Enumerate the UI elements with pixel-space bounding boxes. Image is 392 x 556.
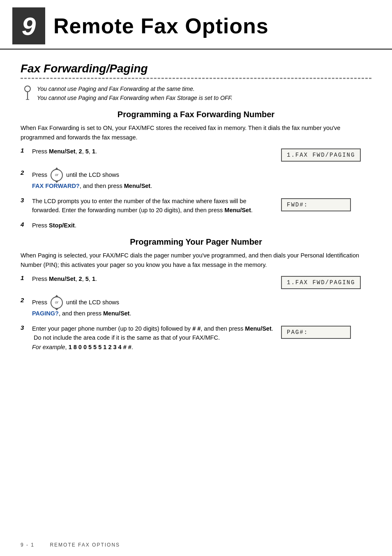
paging-label: PAGING? <box>32 310 59 317</box>
step-1-menuset: Menu/Set <box>49 148 75 155</box>
lcd-display-3: FWD#: <box>281 198 351 211</box>
step-1: 1 Press Menu/Set, 2, 5, 1. 1.FAX FWD/PAG… <box>21 147 371 163</box>
step-2: 2 Press or until the LCD shows FAX FORWA… <box>21 169 371 190</box>
pager-step-2-number: 2 <box>21 297 32 303</box>
footer-page-number: 9 - 1 <box>21 542 35 548</box>
pager-step-2-content: Press or until the LCD shows PAGING?, an… <box>32 297 274 318</box>
pager-step-1: 1 Press Menu/Set, 2, 5, 1. 1.FAX FWD/PAG… <box>21 274 371 291</box>
subsection2-heading: Programming Your Pager Number <box>21 237 371 247</box>
pager-step-1-side: 1.FAX FWD/PAGING <box>281 274 371 291</box>
step-2-number: 2 <box>21 169 32 176</box>
step-3-number: 3 <box>21 197 32 204</box>
step-1-side: 1.FAX FWD/PAGING <box>281 147 371 163</box>
footer-text: REMOTE FAX OPTIONS <box>50 542 120 548</box>
scroll-icon-1: or <box>51 169 63 181</box>
main-content: Fax Forwarding/Paging You cannot use Pag… <box>0 50 392 370</box>
pager-step-3-number: 3 <box>21 324 32 331</box>
section-heading: Fax Forwarding/Paging <box>21 62 371 75</box>
subsection2-intro: When Paging is selected, your FAX/MFC di… <box>21 251 371 269</box>
subsection-fax-forwarding: Programming a Fax Forwarding Number When… <box>21 110 371 230</box>
lcd-display-1: 1.FAX FWD/PAGING <box>281 148 361 162</box>
page-footer: 9 - 1 REMOTE FAX OPTIONS <box>21 542 120 548</box>
scroll-icon-2: or <box>51 297 63 309</box>
section-fax-forwarding: Fax Forwarding/Paging You cannot use Pag… <box>21 62 371 352</box>
step-1-content: Press Menu/Set, 2, 5, 1. <box>32 147 274 156</box>
pager-step-2: 2 Press or until the LCD shows PAGING?, … <box>21 297 371 318</box>
page-title: Remote Fax Options <box>53 14 269 38</box>
step-4-number: 4 <box>21 221 32 228</box>
step-1-number: 1 <box>21 147 32 154</box>
note-icon <box>22 86 33 100</box>
subsection-pager: Programming Your Pager Number When Pagin… <box>21 237 371 352</box>
lcd-display-pager-3: PAG#: <box>281 326 351 339</box>
fax-forward-label: FAX FORWARD? <box>32 183 80 189</box>
lcd-display-pager-1: 1.FAX FWD/PAGING <box>281 276 361 289</box>
subsection1-intro: When Fax Forwarding is set to ON, your F… <box>21 123 371 142</box>
pager-step-3-content: Enter your pager phone number (up to 20 … <box>32 324 274 352</box>
step-3: 3 The LCD prompts you to enter the numbe… <box>21 197 371 215</box>
note-box: You cannot use Paging and Fax Forwarding… <box>22 85 371 102</box>
step-4-content: Press Stop/Exit. <box>32 221 274 230</box>
step-3-content: The LCD prompts you to enter the number … <box>32 197 274 215</box>
pager-step-3-side: PAG#: <box>281 324 371 341</box>
page-header: 9 Remote Fax Options <box>0 0 392 50</box>
step-2-content: Press or until the LCD shows FAX FORWARD… <box>32 169 274 190</box>
pager-step-1-content: Press Menu/Set, 2, 5, 1. <box>32 274 274 283</box>
pager-step-3: 3 Enter your pager phone number (up to 2… <box>21 324 371 352</box>
pager-step-1-number: 1 <box>21 274 32 281</box>
dashed-divider <box>21 78 371 79</box>
step-3-side: FWD#: <box>281 197 371 213</box>
note-text: You cannot use Paging and Fax Forwarding… <box>37 85 233 102</box>
svg-point-0 <box>25 86 30 92</box>
step-4: 4 Press Stop/Exit. <box>21 221 371 230</box>
chapter-number: 9 <box>12 7 45 44</box>
subsection1-heading: Programming a Fax Forwarding Number <box>21 110 371 119</box>
